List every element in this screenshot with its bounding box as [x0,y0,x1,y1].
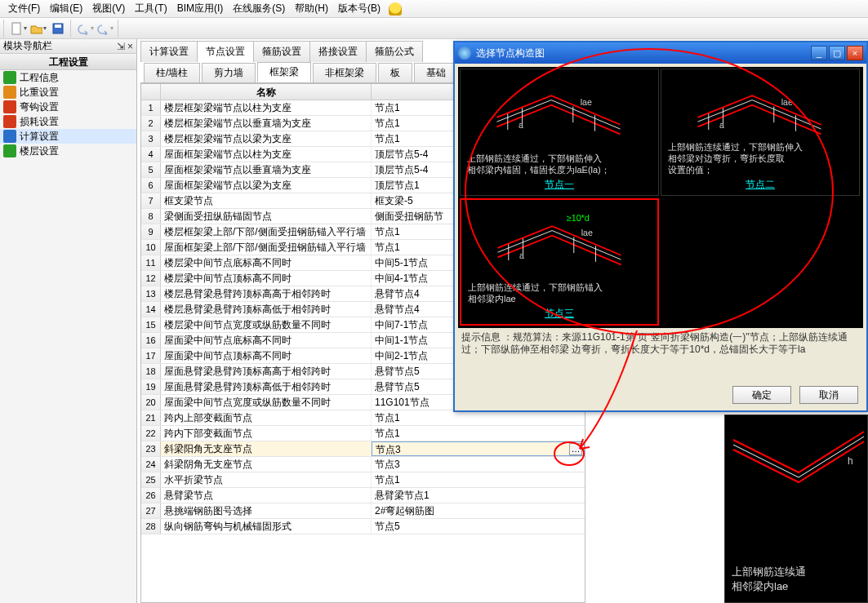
nav-item-label: 弯钩设置 [20,100,59,114]
module-nav-panel: 模块导航栏 ⇲ × 工程设置 工程信息比重设置弯钩设置损耗设置计算设置楼层设置 [0,39,137,603]
dialog-titlebar[interactable]: 选择节点构造图 _ ▢ × [455,42,866,64]
menu-tools[interactable]: 工具(T) [130,0,171,17]
cell-name: 楼层框架梁端节点以梁为支座 [161,131,372,146]
thumbnail-1[interactable]: laea上部钢筋连续通过，下部钢筋伸入 相邻梁对边弯折，弯折长度取 设置的值；节… [661,69,860,196]
hint-label: 提示信息 ： [461,331,513,343]
table-row[interactable]: 26悬臂梁节点悬臂梁节点1 [141,488,585,503]
nav-item-2[interactable]: 弯钩设置 [0,100,136,114]
cell-name: 跨内上部变截面节点 [161,410,372,425]
sub-tab-5[interactable]: 基础 [414,63,458,82]
preview-panel: h 上部钢筋连续通 相邻梁内lae [724,415,868,603]
menu-help[interactable]: 帮助(H) [290,0,333,17]
menu-view[interactable]: 视图(V) [87,0,130,17]
cancel-button[interactable]: 取消 [799,386,858,404]
nav-item-icon [3,100,16,113]
menu-online[interactable]: 在线服务(S) [228,0,290,17]
cell-rownum: 15 [141,317,161,332]
minimize-button[interactable]: _ [811,46,827,60]
menu-bar: 文件(F) 编辑(E) 视图(V) 工具(T) BIM应用(I) 在线服务(S)… [0,0,868,18]
cell-value[interactable]: 2#弯起钢筋图 [372,503,585,518]
close-panel-icon[interactable]: × [127,41,133,52]
menu-bim[interactable]: BIM应用(I) [172,0,229,17]
sub-tab-4[interactable]: 板 [378,63,412,82]
thumb-desc: 上部钢筋连续通过，下部钢筋伸入 相邻梁对边弯折，弯折长度取 设置的值； [668,141,803,175]
cell-rownum: 18 [141,364,161,379]
nav-item-3[interactable]: 损耗设置 [0,114,136,129]
nav-section-header[interactable]: 工程设置 [0,54,136,70]
main-tab-2[interactable]: 箍筋设置 [253,41,310,62]
toolbar: ▾ ▾ ▾ ▾ [0,18,868,39]
main-tab-4[interactable]: 箍筋公式 [366,41,423,62]
cell-name: 楼层梁中间节点底标高不同时 [161,255,372,270]
table-row[interactable]: 28纵向钢筋弯钩与机械锚固形式节点5 [141,519,585,534]
cell-name: 纵向钢筋弯钩与机械锚固形式 [161,519,372,534]
table-row[interactable]: 25水平折梁节点节点1 [141,472,585,488]
cell-value[interactable]: 悬臂梁节点1 [372,488,585,503]
open-button[interactable]: ▾ [29,20,47,38]
nav-item-0[interactable]: 工程信息 [0,70,136,85]
cell-name: 斜梁阳角无支座节点 [161,441,372,456]
close-button[interactable]: × [847,46,863,60]
table-row[interactable]: 24斜梁阴角无支座节点节点3 [141,457,585,472]
nav-panel-title: 模块导航栏 [3,39,52,53]
svg-text:a: a [519,251,524,260]
cell-value[interactable]: 节点3 [372,457,585,472]
cell-name: 屋面梁中间节点底标高不同时 [161,333,372,348]
nav-item-label: 比重设置 [20,86,59,100]
cell-rownum: 19 [141,379,161,394]
thumbnail-2[interactable]: ≥10*dlaea上部钢筋连续通过，下部钢筋锚入 相邻梁内lae节点三 [460,198,659,326]
ellipsis-button[interactable]: … [569,443,582,455]
cell-rownum: 23 [141,441,161,456]
save-button[interactable] [49,20,67,38]
cell-value[interactable]: 节点1 [372,426,585,441]
menu-edit[interactable]: 编辑(E) [45,0,87,17]
thumbnail-0[interactable]: laea上部钢筋连续通过，下部钢筋伸入 相邻梁内锚固，锚固长度为laE(la)；… [460,69,659,196]
cell-value[interactable]: 节点1 [372,472,585,487]
table-row[interactable]: 21跨内上部变截面节点节点1 [141,410,585,426]
cell-name: 屋面框架梁端节点以梁为支座 [161,178,372,193]
new-button[interactable]: ▾ [10,20,28,38]
cell-rownum: 14 [141,302,161,317]
sub-tab-2[interactable]: 框架梁 [257,62,311,82]
thumbnail-gallery: laea上部钢筋连续通过，下部钢筋伸入 相邻梁内锚固，锚固长度为laE(la)；… [458,67,863,328]
svg-text:a: a [719,120,724,130]
nav-item-4[interactable]: 计算设置 [0,129,136,144]
cell-rownum: 10 [141,240,161,255]
redo-button[interactable]: ▾ [96,20,114,38]
cell-value[interactable]: 节点3… [372,441,585,456]
main-tab-0[interactable]: 计算设置 [140,41,198,62]
table-row[interactable]: 23斜梁阳角无支座节点节点3… [141,441,585,457]
sub-tab-1[interactable]: 剪力墙 [202,63,256,82]
cell-value[interactable]: 节点5 [372,519,585,534]
maximize-button[interactable]: ▢ [829,46,845,60]
svg-text:lae: lae [581,97,592,107]
cell-value[interactable]: 节点1 [372,410,585,425]
svg-rect-2 [55,24,61,28]
menu-version[interactable]: 版本号(B) [333,0,385,17]
table-row[interactable]: 22跨内下部变截面节点节点1 [141,426,585,441]
ok-button[interactable]: 确定 [732,386,791,404]
cell-name: 屋面梁中间节点宽度或纵筋数量不同时 [161,395,372,410]
cell-rownum: 22 [141,426,161,441]
table-row[interactable]: 27悬挑端钢筋图号选择2#弯起钢筋图 [141,503,585,519]
sub-tab-0[interactable]: 柱/墙柱 [144,63,200,82]
grid-header-name[interactable]: 名称 [161,84,372,100]
cell-rownum: 5 [141,162,161,177]
nav-item-1[interactable]: 比重设置 [0,85,136,100]
nav-item-5[interactable]: 楼层设置 [0,144,136,158]
nav-item-icon [3,130,16,143]
hint-text: 提示信息 ：规范算法：来源11G101-1第 页"竖向折梁钢筋构造(一)"节点；… [461,331,860,369]
main-tab-1[interactable]: 节点设置 [197,41,254,62]
cell-name: 框支梁节点 [161,193,372,208]
nav-item-icon [3,86,16,99]
pin-icon[interactable]: ⇲ [117,41,125,52]
sub-tab-3[interactable]: 非框架梁 [313,63,376,82]
cell-rownum: 1 [141,100,161,115]
menu-file[interactable]: 文件(F) [3,0,45,17]
cell-name: 楼层悬臂梁悬臂跨顶标高高于相邻跨时 [161,286,372,301]
main-tab-3[interactable]: 搭接设置 [309,41,367,62]
undo-button[interactable]: ▾ [77,20,95,38]
cell-rownum: 16 [141,333,161,348]
cell-name: 悬挑端钢筋图号选择 [161,503,372,518]
cell-rownum: 27 [141,503,161,518]
